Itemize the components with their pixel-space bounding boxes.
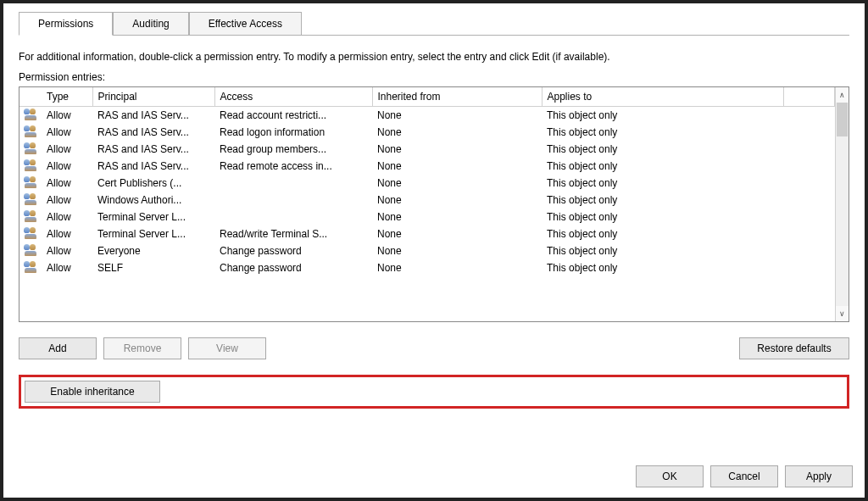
cell-type: Allow: [42, 209, 92, 225]
entry-buttons-row: Add Remove View Restore defaults: [19, 337, 849, 359]
scroll-track[interactable]: [836, 103, 849, 306]
cell-spacer: [784, 124, 835, 141]
cell-type: Allow: [42, 259, 92, 276]
cell-access: Change password: [214, 242, 372, 259]
users-icon: [19, 141, 42, 158]
cell-inherited: None: [372, 192, 542, 209]
cell-spacer: [784, 141, 835, 158]
cell-spacer: [784, 175, 835, 192]
users-icon: [19, 259, 42, 276]
cell-inherited: None: [372, 259, 542, 276]
cell-applies: This object only: [542, 225, 784, 242]
table-row[interactable]: AllowCert Publishers (...NoneThis object…: [19, 175, 835, 192]
cell-principal: Cert Publishers (...: [92, 175, 214, 192]
cell-inherited: None: [372, 107, 542, 125]
cell-applies: This object only: [542, 107, 784, 125]
cell-principal: RAS and IAS Serv...: [92, 107, 214, 125]
enable-inheritance-highlight: Enable inheritance: [19, 375, 849, 409]
cell-access: [214, 209, 372, 225]
scroll-thumb[interactable]: [837, 103, 848, 136]
cell-type: Allow: [42, 141, 92, 158]
users-icon: [19, 225, 42, 242]
table-row[interactable]: AllowRAS and IAS Serv...Read logon infor…: [19, 124, 835, 141]
scroll-up-arrow[interactable]: ∧: [836, 87, 849, 103]
users-icon: [19, 107, 42, 125]
table-row[interactable]: AllowEveryoneChange passwordNoneThis obj…: [19, 242, 835, 259]
cell-spacer: [784, 107, 835, 125]
users-icon: [19, 158, 42, 175]
cell-inherited: None: [372, 158, 542, 175]
enable-inheritance-button[interactable]: Enable inheritance: [25, 381, 160, 403]
cell-spacer: [784, 242, 835, 259]
cell-access: Read group members...: [214, 141, 372, 158]
cell-access: [214, 192, 372, 209]
ok-button[interactable]: OK: [636, 465, 704, 487]
cell-access: Read remote access in...: [214, 158, 372, 175]
cell-applies: This object only: [542, 124, 784, 141]
scroll-down-arrow[interactable]: ∨: [836, 306, 849, 321]
cell-applies: This object only: [542, 175, 784, 192]
cell-inherited: None: [372, 225, 542, 242]
col-header-type[interactable]: Type: [42, 87, 92, 107]
cell-type: Allow: [42, 158, 92, 175]
col-header-spacer[interactable]: [784, 87, 835, 107]
content: Permissions Auditing Effective Access Fo…: [3, 3, 865, 457]
cell-applies: This object only: [542, 209, 784, 225]
users-icon: [19, 192, 42, 209]
remove-button: Remove: [103, 337, 181, 359]
table-row[interactable]: AllowRAS and IAS Serv...Read account res…: [19, 107, 835, 125]
table-row[interactable]: AllowRAS and IAS Serv...Read remote acce…: [19, 158, 835, 175]
cell-principal: Windows Authori...: [92, 192, 214, 209]
tab-auditing[interactable]: Auditing: [113, 12, 188, 36]
cell-type: Allow: [42, 192, 92, 209]
cell-applies: This object only: [542, 259, 784, 276]
col-header-icon[interactable]: [19, 87, 42, 107]
cell-applies: This object only: [542, 141, 784, 158]
cell-type: Allow: [42, 124, 92, 141]
table-header-row: Type Principal Access Inherited from App…: [19, 87, 835, 107]
add-button[interactable]: Add: [19, 337, 97, 359]
entries-label: Permission entries:: [19, 71, 849, 83]
permission-entries-table: Type Principal Access Inherited from App…: [19, 86, 849, 322]
col-header-inherited[interactable]: Inherited from: [372, 87, 542, 107]
cell-type: Allow: [42, 242, 92, 259]
users-icon: [19, 209, 42, 225]
cell-type: Allow: [42, 175, 92, 192]
cell-inherited: None: [372, 175, 542, 192]
cell-principal: RAS and IAS Serv...: [92, 124, 214, 141]
cell-access: [214, 175, 372, 192]
vertical-scrollbar[interactable]: ∧ ∨: [835, 87, 849, 321]
cell-principal: Terminal Server L...: [92, 225, 214, 242]
table-row[interactable]: AllowTerminal Server L...Read/write Term…: [19, 225, 835, 242]
restore-defaults-button[interactable]: Restore defaults: [739, 337, 849, 359]
cancel-button[interactable]: Cancel: [710, 465, 778, 487]
cell-inherited: None: [372, 141, 542, 158]
cell-access: Change password: [214, 259, 372, 276]
cell-principal: RAS and IAS Serv...: [92, 158, 214, 175]
cell-spacer: [784, 158, 835, 175]
info-text: For additional information, double-click…: [19, 51, 849, 63]
cell-inherited: None: [372, 124, 542, 141]
view-button: View: [188, 337, 266, 359]
col-header-principal[interactable]: Principal: [92, 87, 214, 107]
cell-access: Read/write Terminal S...: [214, 225, 372, 242]
tab-permissions[interactable]: Permissions: [19, 12, 113, 36]
apply-button[interactable]: Apply: [785, 465, 853, 487]
col-header-applies[interactable]: Applies to: [542, 87, 784, 107]
cell-principal: SELF: [92, 259, 214, 276]
advanced-security-dialog: Permissions Auditing Effective Access Fo…: [0, 0, 868, 501]
dialog-buttons: OK Cancel Apply: [3, 457, 865, 498]
table-row[interactable]: AllowTerminal Server L...NoneThis object…: [19, 209, 835, 225]
table-row[interactable]: AllowRAS and IAS Serv...Read group membe…: [19, 141, 835, 158]
cell-inherited: None: [372, 242, 542, 259]
table-row[interactable]: AllowSELFChange passwordNoneThis object …: [19, 259, 835, 276]
table-row[interactable]: AllowWindows Authori...NoneThis object o…: [19, 192, 835, 209]
tab-bar: Permissions Auditing Effective Access: [19, 12, 849, 36]
cell-inherited: None: [372, 209, 542, 225]
tab-effective-access[interactable]: Effective Access: [189, 12, 302, 36]
cell-applies: This object only: [542, 158, 784, 175]
col-header-access[interactable]: Access: [214, 87, 372, 107]
cell-principal: Everyone: [92, 242, 214, 259]
cell-access: Read logon information: [214, 124, 372, 141]
cell-applies: This object only: [542, 192, 784, 209]
